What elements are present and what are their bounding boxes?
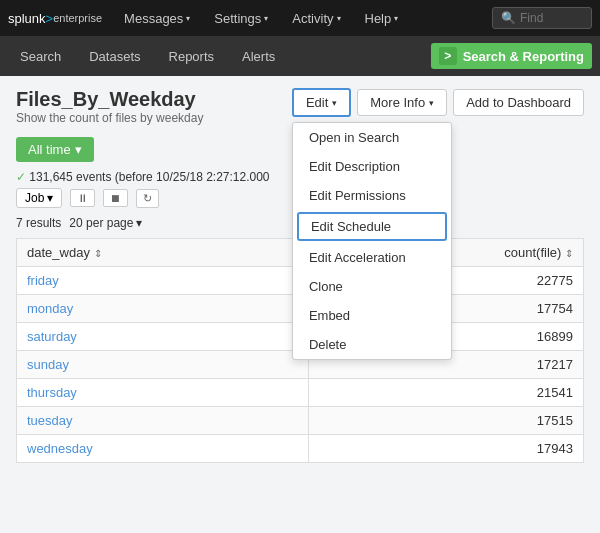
- cell-day[interactable]: thursday: [17, 379, 309, 407]
- settings-menu[interactable]: Settings ▾: [204, 5, 278, 32]
- cell-day[interactable]: monday: [17, 295, 309, 323]
- events-text: 131,645 events (before 10/25/18 2:27:12.…: [29, 170, 269, 184]
- messages-label: Messages: [124, 11, 183, 26]
- search-input[interactable]: [520, 11, 580, 25]
- search-box[interactable]: 🔍: [492, 7, 592, 29]
- column-date-wday[interactable]: date_wday ⇕: [17, 239, 309, 267]
- help-label: Help: [365, 11, 392, 26]
- cell-day[interactable]: saturday: [17, 323, 309, 351]
- cell-day[interactable]: sunday: [17, 351, 309, 379]
- cell-count: 21541: [309, 379, 584, 407]
- enterprise-label: enterprise: [53, 12, 102, 24]
- search-nav-label: Search: [20, 49, 61, 64]
- edit-label: Edit: [306, 95, 328, 110]
- table-row: thursday 21541: [17, 379, 584, 407]
- messages-menu[interactable]: Messages ▾: [114, 5, 200, 32]
- results-count: 7 results: [16, 216, 61, 230]
- add-to-dashboard-button[interactable]: Add to Dashboard: [453, 89, 584, 116]
- col-header-day: date_wday: [27, 245, 90, 260]
- more-info-label: More Info: [370, 95, 425, 110]
- col-header-count: count(file): [504, 245, 561, 260]
- logo[interactable]: splunk> enterprise: [8, 11, 102, 26]
- table-row: tuesday 17515: [17, 407, 584, 435]
- activity-caret-icon: ▾: [337, 14, 341, 23]
- sort-icon-count: ⇕: [565, 248, 573, 259]
- search-nav-item[interactable]: Search: [8, 41, 73, 72]
- settings-caret-icon: ▾: [264, 14, 268, 23]
- time-range-label: All time: [28, 142, 71, 157]
- help-menu[interactable]: Help ▾: [355, 5, 409, 32]
- cell-count: 17515: [309, 407, 584, 435]
- time-range-button[interactable]: All time ▾: [16, 137, 94, 162]
- app-badge: > Search & Reporting: [431, 43, 592, 69]
- main-content: Files_By_Weekday Show the count of files…: [0, 76, 600, 475]
- reports-nav-label: Reports: [169, 49, 215, 64]
- per-page-button[interactable]: 20 per page ▾: [69, 216, 142, 230]
- report-title: Files_By_Weekday: [16, 88, 203, 111]
- reports-nav-item[interactable]: Reports: [157, 41, 227, 72]
- edit-description-item[interactable]: Edit Description: [293, 152, 451, 181]
- stop-button[interactable]: ⏹: [103, 189, 128, 207]
- edit-schedule-item[interactable]: Edit Schedule: [297, 212, 447, 241]
- edit-acceleration-item[interactable]: Edit Acceleration: [293, 243, 451, 272]
- open-in-search-item[interactable]: Open in Search: [293, 123, 451, 152]
- search-icon: 🔍: [501, 11, 516, 25]
- edit-caret-icon: ▾: [332, 98, 337, 108]
- check-icon: ✓: [16, 170, 26, 184]
- edit-permissions-item[interactable]: Edit Permissions: [293, 181, 451, 210]
- datasets-nav-item[interactable]: Datasets: [77, 41, 152, 72]
- cell-day[interactable]: tuesday: [17, 407, 309, 435]
- job-caret-icon: ▾: [47, 191, 53, 205]
- pause-button[interactable]: ⏸: [70, 189, 95, 207]
- refresh-button[interactable]: ↻: [136, 189, 159, 208]
- header-buttons: Edit ▾ Open in Search Edit Description E…: [292, 88, 584, 117]
- report-header: Files_By_Weekday Show the count of files…: [16, 88, 584, 133]
- sort-icon-day: ⇕: [94, 248, 102, 259]
- clone-item[interactable]: Clone: [293, 272, 451, 301]
- app-icon: >: [439, 47, 457, 65]
- job-button[interactable]: Job ▾: [16, 188, 62, 208]
- cell-count: 17943: [309, 435, 584, 463]
- job-label: Job: [25, 191, 44, 205]
- top-navigation: splunk> enterprise Messages ▾ Settings ▾…: [0, 0, 600, 36]
- datasets-nav-label: Datasets: [89, 49, 140, 64]
- per-page-caret-icon: ▾: [136, 216, 142, 230]
- per-page-label: 20 per page: [69, 216, 133, 230]
- table-row: wednesday 17943: [17, 435, 584, 463]
- alerts-nav-item[interactable]: Alerts: [230, 41, 287, 72]
- activity-label: Activity: [292, 11, 333, 26]
- edit-dropdown-menu: Open in Search Edit Description Edit Per…: [292, 122, 452, 360]
- report-subtitle: Show the count of files by weekday: [16, 111, 203, 125]
- app-name: Search & Reporting: [463, 49, 584, 64]
- second-navigation: Search Datasets Reports Alerts > Search …: [0, 36, 600, 76]
- add-dashboard-label: Add to Dashboard: [466, 95, 571, 110]
- report-title-area: Files_By_Weekday Show the count of files…: [16, 88, 203, 133]
- splunk-logo: splunk>: [8, 11, 53, 26]
- alerts-nav-label: Alerts: [242, 49, 275, 64]
- nav-search-area: 🔍: [492, 7, 592, 29]
- messages-caret-icon: ▾: [186, 14, 190, 23]
- more-info-button[interactable]: More Info ▾: [357, 89, 447, 116]
- time-caret-icon: ▾: [75, 142, 82, 157]
- cell-day[interactable]: friday: [17, 267, 309, 295]
- settings-label: Settings: [214, 11, 261, 26]
- more-info-caret-icon: ▾: [429, 98, 434, 108]
- edit-button[interactable]: Edit ▾: [292, 88, 351, 117]
- activity-menu[interactable]: Activity ▾: [282, 5, 350, 32]
- help-caret-icon: ▾: [394, 14, 398, 23]
- cell-day[interactable]: wednesday: [17, 435, 309, 463]
- embed-item[interactable]: Embed: [293, 301, 451, 330]
- delete-item[interactable]: Delete: [293, 330, 451, 359]
